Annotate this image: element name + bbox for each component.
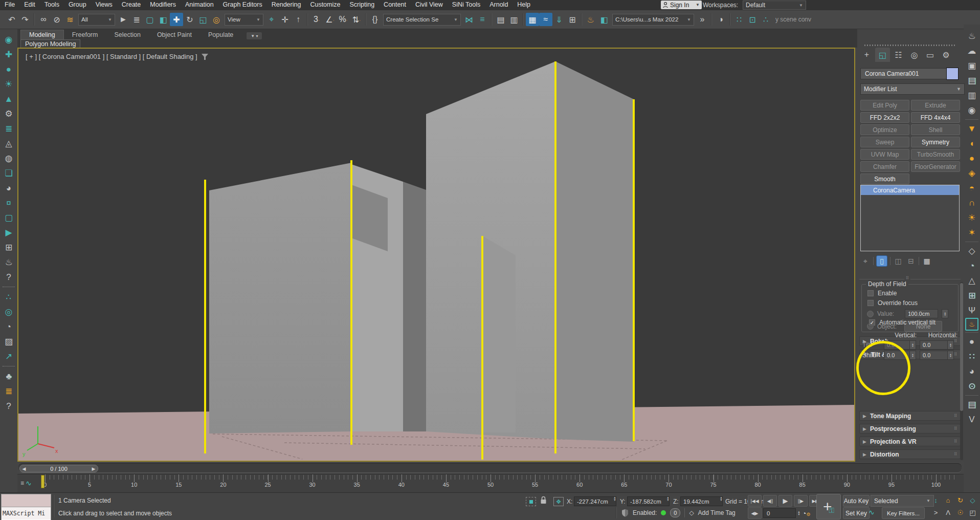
maxscript-listener-pane[interactable]: MAXScript Mi <box>2 507 51 519</box>
previous-frame-button[interactable]: ◀|| <box>763 495 777 507</box>
field-of-view-button[interactable]: > <box>930 507 942 518</box>
measure-tool-button[interactable]: ⊡ <box>746 13 759 26</box>
layer-manager-button[interactable]: ▤ <box>494 13 507 26</box>
rollout-distortion[interactable]: ▶Distortion⠿ <box>859 449 961 459</box>
select-and-manipulate-button[interactable]: ✛ <box>278 13 292 26</box>
arnold-render-button[interactable]: ◑ <box>714 13 727 26</box>
set-keys-button[interactable]: + <box>816 494 841 519</box>
doc-bulb-icon[interactable]: ▤ <box>965 73 979 88</box>
selection-filter-dropdown[interactable]: All▼ <box>78 14 115 26</box>
menu-content[interactable]: Content <box>379 0 411 10</box>
add-camera-icon[interactable]: ✚ <box>2 47 16 62</box>
palette-icon[interactable]: ◕ <box>2 181 16 196</box>
tab-freeform[interactable]: Freeform <box>64 30 106 39</box>
key-mode-dropdown[interactable]: Selected ▼ <box>871 495 934 507</box>
configure-modifier-sets-button[interactable]: ▦ <box>922 256 932 266</box>
shift-vertical-spinner[interactable]: ▲▼ <box>909 351 916 360</box>
menu-help[interactable]: Help <box>513 0 535 10</box>
named-selection-sets-dropdown[interactable]: Create Selection Se▼ <box>383 14 461 26</box>
maximize-viewport-toggle[interactable]: ◰ <box>967 507 978 518</box>
polygon-modeling-button[interactable]: Polygon Modeling <box>20 39 80 48</box>
schematic-view-button[interactable]: ⇓ <box>552 13 566 26</box>
modifier-button-extrude[interactable]: Extrude <box>911 100 960 111</box>
material-editor-button[interactable]: ⊞ <box>566 13 579 26</box>
target-crosshair-icon[interactable]: ◎ <box>2 305 16 319</box>
palette-icon[interactable]: ◕ <box>965 364 979 379</box>
menu-file[interactable]: File <box>0 0 19 10</box>
y-coordinate-field[interactable]: -187.582cm <box>627 496 670 506</box>
tree-icon[interactable]: ▲ <box>2 92 16 106</box>
rays-icon[interactable]: ✶ <box>965 225 979 240</box>
material-sphere-icon[interactable]: ● <box>965 334 979 349</box>
lens-pack-icon[interactable]: ⊞ <box>965 288 979 303</box>
tilt-vertical-spinner[interactable]: ▲▼ <box>909 340 916 350</box>
modifier-button-floorgenerator[interactable]: FloorGenerator <box>911 161 960 172</box>
dof-enable-checkbox[interactable] <box>867 290 874 297</box>
rectangular-selection-region-button[interactable]: ▢ <box>143 13 157 26</box>
box-viewer-icon[interactable]: ▣ <box>965 58 979 73</box>
maxscript-mini-listener[interactable]: MAXScript Mi <box>1 494 51 520</box>
sign-in-button[interactable]: Sign In ▼ <box>661 1 702 9</box>
menu-sini-tools[interactable]: SiNi Tools <box>448 0 485 10</box>
mirror-button[interactable]: ⋈ <box>462 13 476 26</box>
planet-delete-icon[interactable]: ◔ <box>2 319 16 334</box>
modifier-button-symmetry[interactable]: Symmetry <box>911 137 960 147</box>
set-key-button[interactable]: Set Key <box>843 507 870 519</box>
zoom-extents-all-button[interactable]: ⌂ <box>942 494 954 506</box>
geosphere-light-icon[interactable]: ◈ <box>965 166 979 181</box>
x-coordinate-field[interactable]: -227.247cm <box>574 496 616 506</box>
gear-document-icon[interactable]: ⚙ <box>2 106 16 121</box>
frame-spinner[interactable]: ▲▼ <box>797 511 800 516</box>
modifier-button-chamfer[interactable]: Chamfer <box>860 161 909 172</box>
video-player-icon[interactable]: ▶ <box>2 225 16 240</box>
stack-item-coronacamera[interactable]: CoronaCamera <box>861 185 959 195</box>
select-object-button[interactable]: ► <box>117 13 130 26</box>
cone-light-icon[interactable]: ▼ <box>965 121 979 136</box>
object-name-field[interactable]: Corona Camera001 <box>860 68 947 79</box>
z-coordinate-field[interactable]: 19.442cm <box>680 496 723 506</box>
frame-buffer-icon[interactable]: ▤ <box>965 397 979 412</box>
go-to-start-button[interactable]: |◀◀ <box>748 495 762 507</box>
time-slider-track[interactable]: ◀ 0 / 100 ▶ <box>18 463 962 473</box>
document-lines-icon[interactable]: ≣ <box>2 384 16 399</box>
projector-icon[interactable]: △ <box>965 273 979 288</box>
render-teapot-icon[interactable]: ♨ <box>965 29 979 44</box>
modifier-button-ffd-2x2x2[interactable]: FFD 2x2x2 <box>860 112 909 123</box>
unlink-selection-button[interactable]: ⊘ <box>50 13 63 26</box>
sphere-rect-icon[interactable]: ⊙ <box>965 379 979 394</box>
shift-horizontal-spinner[interactable]: ▲▼ <box>947 351 954 360</box>
grass-icon[interactable]: Ψ <box>965 303 979 318</box>
render-setup-button[interactable]: ♨ <box>584 13 597 26</box>
motion-tab[interactable]: ◎ <box>907 48 922 62</box>
physical-camera-icon[interactable]: ◉ <box>2 32 16 47</box>
select-and-scale-button[interactable]: ◱ <box>196 13 210 26</box>
menu-edit[interactable]: Edit <box>19 0 40 10</box>
tab-selection[interactable]: Selection <box>106 30 148 39</box>
ribbon-minimize-dropdown[interactable]: ▼ ▾ <box>247 32 262 39</box>
menu-arnold[interactable]: Arnold <box>485 0 513 10</box>
select-and-link-button[interactable]: ∞ <box>37 13 50 26</box>
menu-modifiers[interactable]: Modifiers <box>145 0 181 10</box>
help-icon[interactable]: ? <box>2 270 16 285</box>
mini-curve-editor-toggle[interactable]: ≡∿ <box>20 478 39 489</box>
modifier-button-shell[interactable]: Shell <box>911 124 960 135</box>
material-balls-icon[interactable]: ∷ <box>965 349 979 364</box>
selection-lock-toggle[interactable] <box>540 496 547 504</box>
hierarchy-tab[interactable]: ☷ <box>891 48 906 62</box>
bind-to-space-warp-button[interactable]: ≋ <box>63 13 77 26</box>
orbit-camera-button[interactable]: ☉ <box>954 507 966 518</box>
current-frame-marker[interactable] <box>41 475 44 488</box>
doc-camera-icon[interactable]: ▥ <box>965 88 979 103</box>
mesh-light-icon[interactable]: ∩ <box>965 196 979 210</box>
modifier-button-uvw-map[interactable]: UVW Map <box>860 149 909 160</box>
shift-vertical-field[interactable]: 0.0 <box>884 351 912 360</box>
help2-icon[interactable]: ? <box>2 399 16 414</box>
modifier-button-optimize[interactable]: Optimize <box>860 124 909 135</box>
menu-customize[interactable]: Customize <box>305 0 345 10</box>
sphere-slice-icon[interactable]: ◔ <box>965 258 979 273</box>
select-and-rotate-button[interactable]: ↻ <box>183 13 196 26</box>
disc-light-icon[interactable]: ◓ <box>965 181 979 196</box>
window-crossing-toggle[interactable]: ◧ <box>157 13 170 26</box>
panel-brush-icon[interactable]: ▨ <box>2 334 16 349</box>
layer-list-button[interactable]: ▥ <box>507 13 521 26</box>
